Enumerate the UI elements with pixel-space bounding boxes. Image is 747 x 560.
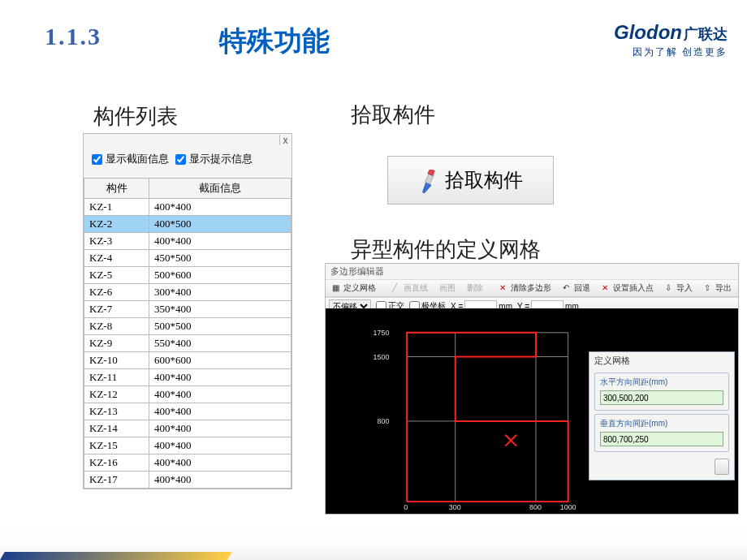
cell-name: KZ-9: [84, 335, 149, 352]
import-label: 导入: [676, 282, 693, 294]
draw-button[interactable]: 画图: [436, 282, 459, 295]
table-header-row: 构件 截面信息: [84, 179, 291, 199]
table-row[interactable]: KZ-14400*400: [84, 420, 291, 437]
define-grid-button[interactable]: ▦ 定义网格: [329, 282, 379, 295]
brand-tagline: 因为了解 创造更多: [614, 45, 728, 59]
rollback-label: 回退: [574, 282, 590, 294]
cell-section: 400*400: [149, 472, 291, 489]
cell-name: KZ-3: [84, 233, 149, 250]
dialog-footer: [589, 455, 734, 480]
table-row[interactable]: KZ-2400*500: [84, 216, 291, 233]
pick-button-label: 拾取构件: [445, 167, 523, 193]
label-pick-component: 拾取构件: [351, 101, 435, 129]
bottom-stripe: [0, 552, 232, 560]
cell-section: 400*400: [149, 199, 291, 216]
cell-name: KZ-5: [84, 267, 149, 284]
line-tool-button[interactable]: ╱ 画直线: [389, 282, 431, 295]
svg-text:800: 800: [378, 417, 390, 425]
component-list-panel: x 显示截面信息 显示提示信息 构件 截面信息 KZ-1400*400KZ-24…: [83, 133, 292, 489]
dialog-ok-button[interactable]: [715, 459, 729, 475]
svg-text:1000: 1000: [560, 503, 576, 511]
cell-section: 350*400: [149, 301, 291, 318]
svg-text:0: 0: [404, 503, 408, 511]
clear-poly-label: 清除多边形: [511, 282, 551, 294]
line-icon: ╱: [392, 283, 402, 293]
cell-name: KZ-17: [84, 472, 149, 489]
cell-section: 400*400: [149, 454, 291, 472]
bottom-bar: [0, 541, 747, 560]
brand-block: Glodon广联达 因为了解 创造更多: [614, 21, 728, 59]
table-row[interactable]: KZ-7350*400: [84, 301, 291, 318]
section-number: 1.1.3: [45, 23, 101, 50]
cell-name: KZ-4: [84, 250, 149, 267]
cell-name: KZ-1: [84, 199, 149, 216]
table-row[interactable]: KZ-11400*400: [84, 369, 291, 386]
brand-name-cn: 广联达: [684, 26, 728, 42]
grid-toolbar-1: ▦ 定义网格 ╱ 画直线 画图 删除 ✕ 清除多边形 ↶ 回退 ✕ 设置插入点 …: [326, 279, 738, 297]
component-table: 构件 截面信息 KZ-1400*400KZ-2400*500KZ-3400*40…: [84, 178, 291, 489]
table-row[interactable]: KZ-1400*400: [84, 199, 291, 216]
cell-section: 400*400: [149, 420, 291, 437]
cell-section: 400*500: [149, 216, 291, 233]
svg-text:1750: 1750: [374, 329, 390, 337]
checkbox-show-section-label: 显示截面信息: [106, 152, 169, 166]
cell-name: KZ-6: [84, 284, 149, 301]
cell-name: KZ-15: [84, 437, 149, 454]
delete-label: 删除: [467, 282, 483, 294]
grid-editor-panel: 多边形编辑器 ▦ 定义网格 ╱ 画直线 画图 删除 ✕ 清除多边形 ↶ 回退 ✕…: [325, 263, 739, 515]
checkbox-show-section-input[interactable]: [92, 154, 102, 165]
cell-section: 400*400: [149, 403, 291, 420]
insert-point-icon: ✕: [602, 283, 611, 293]
close-icon[interactable]: x: [279, 135, 291, 145]
clear-icon: ✕: [499, 283, 509, 293]
table-row[interactable]: KZ-3400*400: [84, 233, 291, 250]
h-spacing-label: 水平方向间距(mm): [600, 377, 723, 388]
dialog-title: 定义网格: [589, 352, 734, 369]
brand-name-en: Glodon: [614, 21, 682, 43]
table-row[interactable]: KZ-6300*400: [84, 284, 291, 301]
checkbox-show-tip-input[interactable]: [175, 154, 186, 165]
table-row[interactable]: KZ-4450*500: [84, 250, 291, 267]
table-row[interactable]: KZ-9550*400: [84, 335, 291, 352]
cell-section: 500*500: [149, 318, 291, 335]
set-insert-label: 设置插入点: [613, 282, 654, 294]
cell-name: KZ-14: [84, 420, 149, 437]
cell-section: 400*400: [149, 386, 291, 403]
delete-button[interactable]: 删除: [464, 282, 486, 295]
table-row[interactable]: KZ-13400*400: [84, 403, 291, 420]
set-insert-button[interactable]: ✕ 设置插入点: [598, 282, 657, 295]
export-button[interactable]: ⇧ 导出: [701, 282, 735, 295]
cell-name: KZ-2: [84, 216, 149, 233]
cell-section: 400*400: [149, 437, 291, 454]
cell-section: 300*400: [149, 284, 291, 301]
checkbox-show-section[interactable]: 显示截面信息: [92, 152, 169, 166]
cell-section: 450*500: [149, 250, 291, 267]
table-row[interactable]: KZ-17400*400: [84, 472, 291, 489]
line-tool-label: 画直线: [404, 282, 428, 294]
cell-name: KZ-13: [84, 403, 149, 420]
table-row[interactable]: KZ-12400*400: [84, 386, 291, 403]
table-row[interactable]: KZ-15400*400: [84, 437, 291, 454]
rollback-button[interactable]: ↶ 回退: [559, 282, 594, 295]
col-section: 截面信息: [149, 179, 291, 199]
import-button[interactable]: ⇩ 导入: [662, 282, 696, 295]
export-icon: ⇧: [704, 283, 714, 293]
h-spacing-input[interactable]: [600, 390, 723, 405]
brand-logo: Glodon广联达: [614, 21, 728, 44]
pick-component-button[interactable]: 拾取构件: [387, 156, 554, 205]
svg-text:800: 800: [529, 503, 542, 511]
pen-icon: [419, 170, 435, 191]
table-row[interactable]: KZ-5500*600: [84, 267, 291, 284]
v-spacing-input[interactable]: [600, 432, 723, 446]
clear-poly-button[interactable]: ✕ 清除多边形: [496, 282, 555, 295]
col-name: 构件: [84, 179, 149, 199]
cell-name: KZ-12: [84, 386, 149, 403]
table-row[interactable]: KZ-16400*400: [84, 454, 291, 472]
table-row[interactable]: KZ-10600*600: [84, 352, 291, 369]
table-row[interactable]: KZ-8500*500: [84, 318, 291, 335]
undo-icon: ↶: [563, 283, 572, 293]
grid-icon: ▦: [332, 283, 342, 293]
checkbox-show-tip[interactable]: 显示提示信息: [175, 152, 253, 166]
svg-text:300: 300: [449, 503, 461, 511]
panel-checkboxes: 显示截面信息 显示提示信息: [84, 145, 291, 173]
